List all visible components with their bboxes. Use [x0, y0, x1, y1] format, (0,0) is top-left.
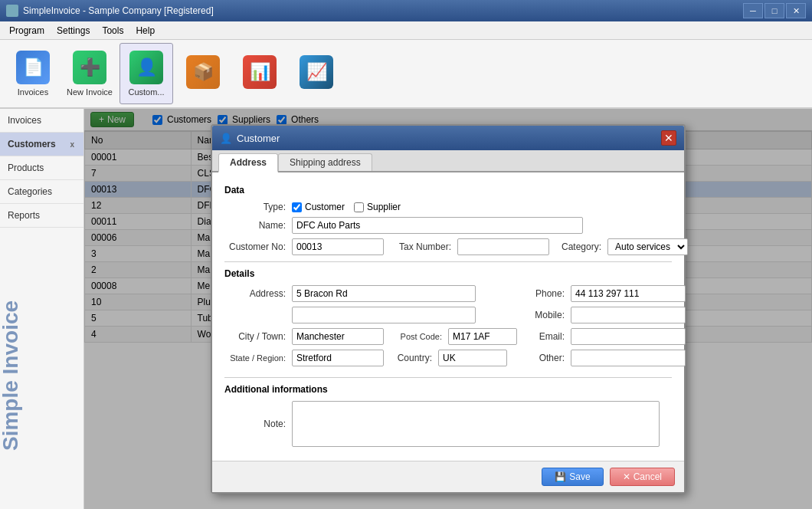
name-input[interactable]	[292, 217, 583, 234]
minimize-btn[interactable]: ─	[743, 3, 763, 18]
customer-no-label: Customer No:	[224, 241, 286, 252]
modal-overlay: 👤 Customer ✕ Address Shipping address Da…	[84, 109, 812, 509]
cancel-icon: ✕	[623, 471, 630, 482]
type-row: Type: Customer Supplier	[224, 202, 672, 212]
title-bar-left: SimpleInvoice - Sample Company [Register…	[6, 5, 214, 17]
name-label: Name:	[224, 220, 286, 231]
toolbar-reports[interactable]: 📊	[233, 43, 286, 104]
cancel-button[interactable]: ✕ Cancel	[610, 468, 675, 486]
details-section-title: Details	[224, 268, 672, 279]
customer-label: Custom...	[128, 87, 164, 97]
invoices-label: Invoices	[18, 87, 48, 97]
type-supplier-checkbox[interactable]	[354, 202, 364, 212]
email-input[interactable]	[571, 328, 686, 345]
modal-title-icon: 👤	[220, 133, 232, 144]
app-icon	[6, 5, 18, 17]
note-row: Note:	[224, 401, 672, 447]
mobile-input[interactable]	[571, 307, 686, 323]
sidebar-item-invoices[interactable]: Invoices	[0, 109, 83, 133]
tab-address[interactable]: Address	[218, 153, 278, 172]
toolbar-new-invoice[interactable]: ➕ New Invoice	[63, 43, 116, 104]
menu-tools[interactable]: Tools	[96, 24, 129, 38]
window-controls: ─ □ ✕	[743, 3, 806, 18]
sidebar-invoices-label: Invoices	[8, 115, 41, 126]
country-input[interactable]	[438, 350, 507, 366]
modal-title-bar: 👤 Customer ✕	[212, 126, 684, 150]
state-label: State / Region:	[224, 353, 286, 363]
cancel-label: Cancel	[634, 471, 662, 482]
sidebar-reports-label: Reports	[8, 210, 40, 221]
type-supplier-label[interactable]: Supplier	[354, 202, 401, 212]
city-input[interactable]	[292, 328, 384, 345]
sidebar-customers-label: Customers	[8, 139, 56, 149]
state-row: State / Region: Country:	[224, 350, 517, 366]
address-input[interactable]	[292, 285, 476, 302]
mobile-row: Mobile:	[526, 307, 686, 323]
menu-help[interactable]: Help	[129, 24, 161, 38]
phone-input[interactable]	[571, 285, 686, 302]
modal-title-text: Customer	[237, 133, 280, 144]
other-input[interactable]	[571, 350, 686, 366]
modal-close-button[interactable]: ✕	[661, 130, 676, 146]
mobile-label: Mobile:	[526, 310, 565, 320]
address-row2	[224, 307, 517, 323]
toolbar-chart[interactable]: 📈	[290, 43, 343, 104]
close-btn[interactable]: ✕	[786, 3, 806, 18]
tax-number-input[interactable]	[457, 238, 549, 255]
city-row: City / Town: Post Code:	[224, 328, 517, 345]
modal-title-left: 👤 Customer	[220, 133, 280, 144]
customer-no-row: Customer No: Tax Number: Category: Auto …	[224, 238, 672, 255]
address-row: Address:	[224, 285, 517, 302]
content-area: + New Customers Suppliers Others	[84, 109, 812, 509]
toolbar-customer[interactable]: 👤 Custom...	[120, 43, 173, 104]
phone-col: Phone: Mobile: Email:	[526, 285, 686, 371]
tab-shipping[interactable]: Shipping address	[278, 153, 372, 171]
menu-program[interactable]: Program	[3, 24, 51, 38]
sidebar-item-reports[interactable]: Reports	[0, 204, 83, 228]
name-row: Name:	[224, 217, 672, 234]
sidebar-categories-label: Categories	[8, 186, 52, 197]
window-title: SimpleInvoice - Sample Company [Register…	[23, 5, 214, 16]
additional-section-title: Additional informations	[224, 384, 672, 395]
type-supplier-text: Supplier	[367, 202, 401, 212]
sidebar-item-categories[interactable]: Categories	[0, 180, 83, 204]
chart-icon: 📈	[300, 55, 333, 89]
maximize-btn[interactable]: □	[765, 3, 784, 18]
save-button[interactable]: 💾 Save	[542, 468, 603, 486]
address-label: Address:	[224, 288, 286, 299]
sidebar-item-customers[interactable]: Customers x	[0, 133, 83, 156]
menu-settings[interactable]: Settings	[51, 24, 96, 38]
modal-footer: 💾 Save ✕ Cancel	[212, 461, 684, 492]
new-invoice-icon: ➕	[73, 51, 106, 84]
note-textarea[interactable]	[292, 401, 660, 447]
customer-icon: 👤	[129, 51, 163, 84]
type-customer-checkbox[interactable]	[292, 202, 302, 212]
address-col: Address: City / Town: Post Code:	[224, 285, 517, 371]
reports-icon: 📊	[243, 55, 277, 89]
country-label: Country:	[390, 353, 432, 363]
customer-no-input[interactable]	[292, 238, 384, 255]
customer-modal: 👤 Customer ✕ Address Shipping address Da…	[211, 124, 686, 494]
sidebar-customers-close[interactable]: x	[68, 140, 76, 149]
type-customer-label[interactable]: Customer	[292, 202, 345, 212]
save-label: Save	[569, 471, 590, 482]
title-bar: SimpleInvoice - Sample Company [Register…	[0, 0, 812, 21]
toolbar-products[interactable]: 📦	[176, 43, 230, 104]
tax-number-label: Tax Number:	[390, 241, 451, 252]
toolbar: 📄 Invoices ➕ New Invoice 👤 Custom... 📦 📊…	[0, 40, 812, 109]
menu-bar: Program Settings Tools Help	[0, 21, 812, 40]
city-label: City / Town:	[224, 331, 286, 342]
state-input[interactable]	[292, 350, 384, 366]
details-two-col: Address: City / Town: Post Code:	[224, 285, 672, 371]
data-section-title: Data	[224, 185, 672, 195]
type-label: Type:	[224, 202, 286, 212]
sidebar-item-products[interactable]: Products	[0, 156, 83, 180]
phone-row: Phone:	[526, 285, 686, 302]
email-row: Email:	[526, 328, 686, 345]
modal-tabs: Address Shipping address	[212, 150, 684, 172]
sidebar-products-label: Products	[8, 163, 44, 173]
toolbar-invoices[interactable]: 📄 Invoices	[6, 43, 60, 104]
category-select[interactable]: Auto services General Retail Wholesale	[607, 238, 688, 255]
postcode-input[interactable]	[448, 328, 517, 345]
address-input2[interactable]	[292, 307, 476, 323]
